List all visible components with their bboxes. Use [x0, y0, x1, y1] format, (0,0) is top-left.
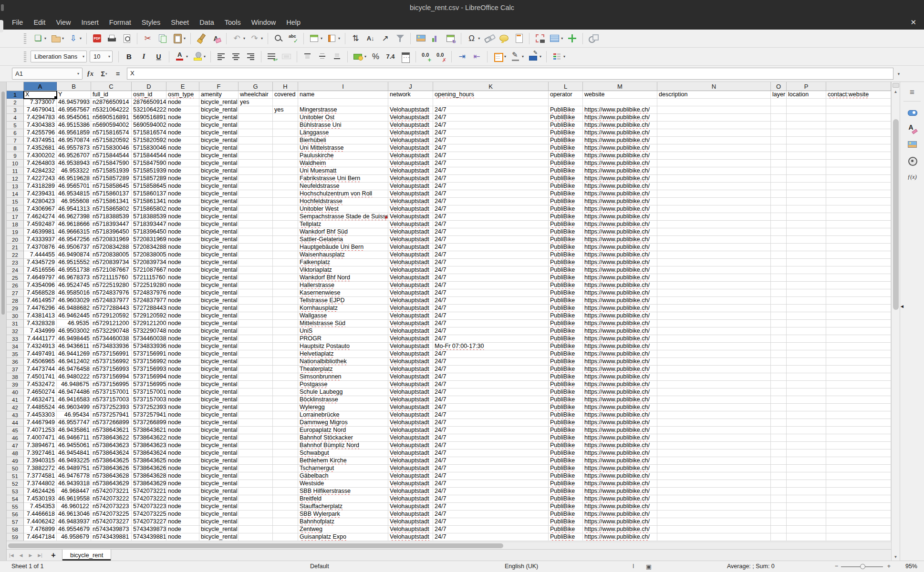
- cell-I58[interactable]: Zentweg: [298, 526, 388, 533]
- cell-K21[interactable]: 24/7: [433, 244, 549, 251]
- cell-D54[interactable]: 5742073222: [132, 495, 166, 503]
- cell-O34[interactable]: [771, 343, 787, 350]
- align-center-button[interactable]: [229, 50, 243, 63]
- cell-M15[interactable]: https://www.publibike.ch/: [583, 198, 657, 205]
- cell-G43[interactable]: [239, 411, 273, 419]
- cell-K27[interactable]: 24/7: [433, 289, 549, 297]
- cell-H46[interactable]: [273, 434, 298, 442]
- cell-M21[interactable]: https://www.publibike.ch/: [583, 244, 657, 251]
- row-header-2[interactable]: 2: [7, 99, 24, 106]
- cell-H25[interactable]: [273, 274, 298, 282]
- zoom-level[interactable]: 95%: [905, 563, 917, 570]
- cell-M32[interactable]: https://www.publibike.ch/: [583, 327, 657, 335]
- cell-C27[interactable]: n5724837976: [91, 289, 132, 297]
- cell-G27[interactable]: [239, 289, 273, 297]
- font-color-button[interactable]: ▾: [173, 50, 189, 63]
- cell-L7[interactable]: PubliBike: [549, 137, 583, 144]
- cell-K8[interactable]: 24/7: [433, 144, 549, 152]
- row-header-45[interactable]: 45: [7, 427, 24, 434]
- cell-L13[interactable]: PubliBike: [549, 183, 583, 190]
- cell-E21[interactable]: node: [166, 244, 199, 251]
- row-header-8[interactable]: 8: [7, 144, 24, 152]
- cell-C2[interactable]: n2876650914: [91, 99, 132, 106]
- cell-G44[interactable]: [239, 419, 273, 427]
- cell-K55[interactable]: 24/7: [433, 503, 549, 511]
- cell-M31[interactable]: https://www.publibike.ch/: [583, 320, 657, 327]
- cell-B51[interactable]: 46.9476778: [57, 472, 91, 480]
- cell-H42[interactable]: [273, 404, 298, 411]
- cell-E23[interactable]: node: [166, 259, 199, 266]
- cell-N19[interactable]: [657, 228, 771, 236]
- cell-G25[interactable]: [239, 274, 273, 282]
- cell-C33[interactable]: n5734460038: [91, 335, 132, 343]
- cell-I29[interactable]: Kornhausplatz: [298, 305, 388, 312]
- cell-B54[interactable]: 46.9619558: [57, 495, 91, 503]
- cell-O46[interactable]: [771, 434, 787, 442]
- cell-B39[interactable]: 46.948675: [57, 381, 91, 388]
- cell-G31[interactable]: [239, 320, 273, 327]
- column-header-B[interactable]: B: [57, 82, 91, 91]
- cell-E3[interactable]: node: [166, 106, 199, 114]
- cell-B14[interactable]: 46.9534815: [57, 190, 91, 198]
- cell-Q42[interactable]: [826, 404, 891, 411]
- spelling-button[interactable]: [286, 32, 300, 45]
- cell-G59[interactable]: [239, 533, 273, 541]
- basic-shapes-button[interactable]: [586, 32, 600, 45]
- cell-A5[interactable]: 7.4304383: [24, 122, 57, 129]
- cell-L57[interactable]: PubliBike: [549, 518, 583, 526]
- cell-C46[interactable]: n5738643622: [91, 434, 132, 442]
- cell-Q10[interactable]: [826, 160, 891, 167]
- cell-O52[interactable]: [771, 480, 787, 488]
- cell-M36[interactable]: https://www.publibike.ch/: [583, 358, 657, 366]
- cell-P27[interactable]: [787, 289, 826, 297]
- cell-D25[interactable]: 5721115760: [132, 274, 166, 282]
- cell-K4[interactable]: 24/7: [433, 114, 549, 122]
- sort-button[interactable]: ⇅: [349, 32, 363, 45]
- cell-O59[interactable]: [771, 533, 787, 541]
- cell-I1[interactable]: name: [298, 91, 388, 99]
- cell-A20[interactable]: 7.4333937: [24, 236, 57, 244]
- row-header-51[interactable]: 51: [7, 472, 24, 480]
- cell-I50[interactable]: Tscharnergut: [298, 465, 388, 472]
- cell-J39[interactable]: Velohauptstadt: [388, 381, 433, 388]
- cell-O49[interactable]: [771, 457, 787, 465]
- cell-D9[interactable]: 5715844544: [132, 152, 166, 160]
- cell-G4[interactable]: [239, 114, 273, 122]
- cell-A49[interactable]: 7.3940315: [24, 457, 57, 465]
- cell-P20[interactable]: [787, 236, 826, 244]
- row-header-9[interactable]: 9: [7, 152, 24, 160]
- cell-K42[interactable]: 24/7: [433, 404, 549, 411]
- cell-D48[interactable]: 5738643624: [132, 449, 166, 457]
- cell-E54[interactable]: node: [166, 495, 199, 503]
- cell-K35[interactable]: 24/7: [433, 350, 549, 358]
- cell-I39[interactable]: Postgasse: [298, 381, 388, 388]
- cell-C3[interactable]: n5321064222: [91, 106, 132, 114]
- cell-M48[interactable]: https://www.publibike.ch/: [583, 449, 657, 457]
- cell-J1[interactable]: network: [388, 91, 433, 99]
- menu-styles[interactable]: Styles: [136, 17, 166, 28]
- cell-F18[interactable]: bicycle_rental: [199, 221, 239, 228]
- cell-N31[interactable]: [657, 320, 771, 327]
- cell-D39[interactable]: 5737156995: [132, 381, 166, 388]
- cell-D23[interactable]: 5720839734: [132, 259, 166, 266]
- cell-L10[interactable]: PubliBike: [549, 160, 583, 167]
- cell-I21[interactable]: Hauptgebäude Uni Bern: [298, 244, 388, 251]
- cell-H19[interactable]: [273, 228, 298, 236]
- cell-N59[interactable]: [657, 533, 771, 541]
- cell-P11[interactable]: [787, 167, 826, 175]
- cell-D18[interactable]: 5718393447: [132, 221, 166, 228]
- cell-G48[interactable]: [239, 449, 273, 457]
- cell-K47[interactable]: 24/7: [433, 442, 549, 449]
- cell-Q9[interactable]: [826, 152, 891, 160]
- cell-D34[interactable]: 5734833936: [132, 343, 166, 350]
- print-preview-button[interactable]: [120, 32, 134, 45]
- row-header-58[interactable]: 58: [7, 526, 24, 533]
- row-header-20[interactable]: 20: [7, 236, 24, 244]
- cell-B50[interactable]: 46.9489751: [57, 465, 91, 472]
- cell-O56[interactable]: [771, 511, 787, 518]
- cell-F7[interactable]: bicycle_rental: [199, 137, 239, 144]
- cell-K16[interactable]: 24/7: [433, 205, 549, 213]
- cell-K22[interactable]: 24/7: [433, 251, 549, 259]
- insert-pivot-table-button[interactable]: [444, 32, 457, 45]
- cell-D59[interactable]: 5743439881: [132, 533, 166, 541]
